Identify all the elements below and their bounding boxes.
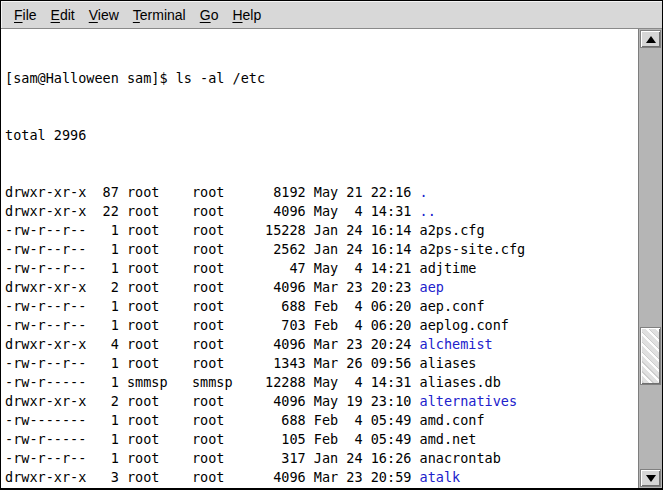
arrow-up-icon [646,36,656,43]
terminal-row: -rw-r--r-- 1 root root 703 Feb 4 06:20 a… [5,316,638,335]
file-name: amd.net [420,431,477,447]
terminal-row: drwxr-xr-x 87 root root 8192 May 21 22:1… [5,183,638,202]
total-line: total 2996 [5,126,638,145]
terminal-row: -rw-r----- 1 smmsp smmsp 12288 May 4 14:… [5,373,638,392]
window-content: [sam@Halloween sam]$ ls -al /etc total 2… [1,29,662,488]
terminal-row: drwxr-xr-x 2 root root 4096 Mar 23 20:23… [5,278,638,297]
menu-item-terminal[interactable]: Terminal [126,3,193,27]
terminal-row: -rw------- 1 root root 688 Feb 4 05:49 a… [5,411,638,430]
menu-item-file[interactable]: File [7,3,44,27]
file-name: aeplog.conf [420,317,509,333]
terminal-row: -rw-r--r-- 1 root root 1343 Mar 26 09:56… [5,354,638,373]
arrow-down-icon [646,475,656,482]
terminal-row: -rw-r--r-- 1 root root 15228 Jan 24 16:1… [5,221,638,240]
menu-bar: FileEditViewTerminalGoHelp [1,1,662,29]
file-name: a2ps.cfg [420,222,485,238]
file-name: atalk [420,469,461,485]
file-name: amd.conf [420,412,485,428]
file-name: alternatives [420,393,518,409]
terminal-row: -rw-r--r-- 1 root root 688 Feb 4 06:20 a… [5,297,638,316]
terminal-row: -rw-r----- 1 root root 105 Feb 4 05:49 a… [5,430,638,449]
file-name: . [420,184,428,200]
terminal-row: drwxr-xr-x 4 root root 4096 Mar 23 20:24… [5,335,638,354]
file-name: aep [420,279,444,295]
file-name: anacrontab [420,450,501,466]
file-name: aliases.db [420,374,501,390]
file-name: adjtime [420,260,477,276]
scrollbar-thumb[interactable] [640,327,661,385]
terminal-row: drwxr-xr-x 2 root root 4096 May 19 23:10… [5,392,638,411]
terminal-row: -rw-r--r-- 1 root root 47 May 4 14:21 ad… [5,259,638,278]
terminal-row: -rw------- 1 root root 1 Jan 24 16:45 at… [5,487,638,488]
vertical-scrollbar[interactable] [638,29,662,488]
terminal-row: drwxr-xr-x 22 root root 4096 May 4 14:31… [5,202,638,221]
menu-item-edit[interactable]: Edit [44,3,82,27]
prompt-line: [sam@Halloween sam]$ ls -al /etc [5,69,638,88]
terminal-output[interactable]: [sam@Halloween sam]$ ls -al /etc total 2… [1,29,638,488]
terminal-row: -rw-r--r-- 1 root root 2562 Jan 24 16:14… [5,240,638,259]
terminal-row: drwxr-xr-x 3 root root 4096 Mar 23 20:59… [5,468,638,487]
scroll-down-button[interactable] [640,469,661,487]
menu-item-go[interactable]: Go [193,3,226,27]
file-name: aep.conf [420,298,485,314]
menu-item-view[interactable]: View [82,3,126,27]
menu-item-help[interactable]: Help [225,3,268,27]
file-listing: drwxr-xr-x 87 root root 8192 May 21 22:1… [5,183,638,488]
scroll-up-button[interactable] [640,30,661,48]
terminal-row: -rw-r--r-- 1 root root 317 Jan 24 16:26 … [5,449,638,468]
file-name: .. [420,203,436,219]
file-name: a2ps-site.cfg [420,241,526,257]
file-name: alchemist [420,336,493,352]
scrollbar-trough[interactable] [639,48,662,469]
file-name: aliases [420,355,477,371]
terminal-window: FileEditViewTerminalGoHelp [sam@Hallowee… [0,0,663,490]
